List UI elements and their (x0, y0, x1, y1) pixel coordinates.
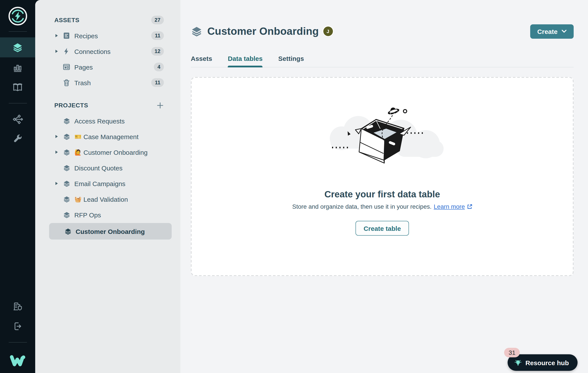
project-layers-icon (63, 148, 70, 156)
create-button-label: Create (537, 28, 557, 35)
sidebar-item-pages[interactable]: Pages 4 (35, 59, 180, 75)
rail-item-library[interactable] (0, 77, 35, 97)
resource-hub-label: Resource hub (525, 359, 569, 366)
project-layers-icon (63, 133, 70, 140)
project-label: RFP Ops (74, 211, 101, 218)
count-badge: 11 (151, 78, 164, 87)
content-wrapper: ASSETS 27 Recipes 11 (35, 0, 588, 373)
project-layers-icon (63, 195, 70, 203)
assets-section-header: ASSETS 27 (35, 12, 180, 28)
learn-more-label: Learn more (434, 203, 465, 210)
caret-right-icon[interactable] (54, 134, 59, 139)
sidebar-item-connections[interactable]: Connections 12 (35, 43, 180, 59)
project-layers-icon (63, 180, 70, 187)
caret-right-icon[interactable] (54, 33, 59, 38)
app-root: ASSETS 27 Recipes 11 (0, 0, 588, 373)
sidebar-item-label: Pages (74, 63, 93, 71)
rail-item-platform[interactable] (0, 109, 35, 129)
count-badge: 11 (151, 31, 164, 40)
external-link-icon (467, 204, 472, 209)
sidebar-item-email-campaigns[interactable]: Email Campaigns (35, 176, 180, 191)
divider (9, 103, 27, 104)
project-label: Email Campaigns (74, 180, 125, 187)
empty-state-description: Store and organize data, then use it in … (292, 203, 472, 210)
rail-item-logout[interactable] (0, 316, 35, 336)
tab-assets[interactable]: Assets (191, 55, 212, 67)
sidebar-item-customer-onboarding-folder[interactable]: 🙋 Customer Onboarding (35, 144, 180, 160)
project-layers-icon (63, 211, 70, 219)
chevron-down-icon (561, 30, 567, 33)
building-shield-icon (12, 301, 23, 311)
lightbulb-icon (514, 359, 522, 366)
trash-icon (63, 79, 70, 86)
page-title: Customer Onboarding (207, 25, 319, 37)
sidebar-item-rfp-ops[interactable]: RFP Ops (35, 207, 180, 223)
count-badge: 12 (151, 47, 164, 56)
workato-wordmark-icon (9, 354, 26, 368)
learn-more-link[interactable]: Learn more (434, 203, 472, 210)
project-sidebar: ASSETS 27 Recipes 11 (35, 0, 180, 373)
empty-box-illustration (315, 100, 450, 181)
nav-rail (0, 0, 35, 373)
tab-settings[interactable]: Settings (278, 55, 304, 67)
project-layers-icon (63, 164, 70, 172)
sidebar-item-label: Recipes (74, 32, 98, 39)
layers-icon (191, 25, 202, 37)
project-layers-icon (64, 227, 72, 235)
resource-hub-button[interactable]: Resource hub (508, 354, 578, 371)
sidebar-item-customer-onboarding-selected[interactable]: Customer Onboarding (49, 223, 172, 240)
sidebar-item-discount-quotes[interactable]: Discount Quotes (35, 160, 180, 176)
project-emoji: 🧺 (74, 196, 82, 202)
book-icon (12, 82, 23, 93)
tab-data-tables[interactable]: Data tables (228, 55, 262, 67)
project-emoji: 🎫 (74, 133, 82, 140)
project-label: Lead Validation (84, 195, 128, 203)
add-project-button[interactable] (156, 101, 164, 109)
empty-state-description-text: Store and organize data, then use it in … (292, 203, 431, 210)
lightning-icon (63, 47, 70, 55)
network-icon (12, 114, 23, 125)
logout-icon (12, 321, 23, 331)
resource-hub-notification-badge: 31 (504, 348, 520, 357)
count-badge: 4 (154, 63, 164, 71)
rail-item-tools[interactable] (0, 129, 35, 149)
caret-right-icon[interactable] (54, 181, 59, 186)
divider (9, 342, 27, 342)
caret-right-icon[interactable] (54, 49, 59, 53)
sidebar-item-recipes[interactable]: Recipes 11 (35, 28, 180, 43)
sidebar-item-access-requests[interactable]: Access Requests (35, 113, 180, 129)
layers-icon (12, 42, 23, 53)
caret-right-icon[interactable] (54, 150, 59, 154)
project-emoji: 🙋 (74, 149, 82, 155)
projects-section-label: PROJECTS (54, 102, 88, 109)
empty-state-card: Create your first data table Store and o… (191, 77, 574, 276)
collaborator-avatar[interactable]: J (323, 27, 333, 36)
project-layers-icon (63, 117, 70, 125)
assets-section-label: ASSETS (54, 17, 80, 23)
project-label: Access Requests (74, 117, 125, 125)
assets-count-badge: 27 (151, 16, 164, 24)
divider (9, 31, 27, 32)
rail-item-projects[interactable] (0, 37, 35, 57)
project-label: Case Management (84, 133, 139, 140)
wrench-icon (12, 134, 23, 144)
sidebar-item-label: Connections (74, 48, 111, 55)
tab-bar: Assets Data tables Settings (191, 55, 574, 67)
project-label: Customer Onboarding (84, 149, 147, 156)
create-table-button[interactable]: Create table (355, 221, 409, 236)
page-header: Customer Onboarding J Create (191, 22, 574, 41)
project-label: Discount Quotes (74, 164, 123, 171)
create-button[interactable]: Create (530, 24, 574, 39)
sidebar-item-case-management[interactable]: 🎫 Case Management (35, 129, 180, 144)
project-label: Customer Onboarding (76, 228, 145, 235)
bar-chart-icon (12, 62, 23, 73)
section-gap (35, 90, 180, 97)
projects-section-header: PROJECTS (35, 97, 180, 113)
rail-item-dashboard[interactable] (0, 57, 35, 77)
empty-state-heading: Create your first data table (325, 189, 440, 200)
sidebar-item-lead-validation[interactable]: 🧺 Lead Validation (35, 191, 180, 207)
workspace-logo[interactable] (8, 7, 27, 26)
rail-item-workspace-admin[interactable] (0, 296, 35, 316)
sidebar-item-trash[interactable]: Trash 11 (35, 75, 180, 90)
main-content: Customer Onboarding J Create Assets Data… (180, 0, 588, 373)
